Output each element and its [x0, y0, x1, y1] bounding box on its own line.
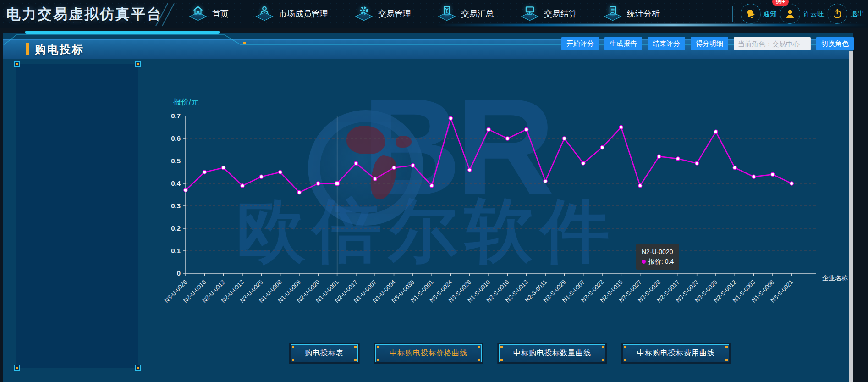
start-scoring-button[interactable]: 开始评分	[561, 37, 599, 50]
logout-power-button[interactable]	[827, 4, 847, 24]
nav-item[interactable]: 交易结算	[520, 4, 577, 23]
svg-text:报价/元: 报价/元	[173, 98, 199, 106]
curve-tab-button[interactable]: 购电投标表	[289, 343, 360, 364]
end-scoring-button[interactable]: 结束评分	[648, 37, 685, 50]
svg-text:0.2: 0.2	[171, 224, 181, 232]
title-accent-bar	[26, 43, 29, 55]
panel-border	[21, 64, 134, 64]
tooltip-value: 报价: 0.4	[648, 258, 674, 265]
svg-text:0.7: 0.7	[171, 112, 181, 120]
app-logo: 电力交易虚拟仿真平台	[6, 5, 162, 24]
curve-tab-label: 中标购电投标价格曲线	[375, 344, 482, 362]
curve-tab-label: 中标购电投标费用曲线	[623, 344, 729, 362]
app-root: 电力交易虚拟仿真平台 首页 市场成员管理	[0, 0, 868, 382]
nav-item-label: 交易管理	[378, 8, 411, 19]
session-list-item[interactable]	[16, 129, 138, 148]
tooltip-title: N2-U-0020	[642, 247, 674, 257]
session-list-item[interactable]	[16, 167, 138, 187]
nav-item[interactable]: 交易管理	[354, 4, 411, 23]
switch-role-button[interactable]: 切换角色	[816, 37, 854, 50]
nav-item-icon	[520, 4, 540, 23]
notification-badge: 99+	[772, 0, 789, 6]
generate-report-button[interactable]: 生成报告	[604, 37, 642, 50]
session-list-item[interactable]	[16, 148, 138, 167]
curve-tab-button[interactable]: 中标购电投标数量曲线	[497, 343, 607, 364]
svg-text:0.4: 0.4	[171, 179, 181, 187]
logo-separator-decor	[161, 2, 180, 26]
nav-item-icon	[254, 4, 275, 23]
curve-tab-button[interactable]: 中标购电投标费用曲线	[621, 343, 731, 364]
page-title: 购电投标	[35, 42, 84, 57]
corner-decor	[14, 61, 20, 67]
corner-decor	[14, 365, 20, 371]
curve-button-row: 购电投标表 中标购电投标价格曲线 中标购电投标数量曲线 中标购电投标费用曲线	[289, 343, 731, 364]
score-detail-button[interactable]: 得分明细	[691, 37, 728, 50]
svg-text:0.6: 0.6	[171, 134, 181, 142]
notification-bell-button[interactable]	[741, 4, 761, 24]
svg-text:0.3: 0.3	[171, 202, 181, 210]
divider	[732, 6, 733, 22]
session-list-item[interactable]	[16, 225, 138, 244]
user-avatar-button[interactable]	[780, 4, 800, 24]
nav-item-icon	[603, 4, 623, 23]
nav-item-label: 首页	[212, 8, 229, 19]
logout-label[interactable]: 退出	[851, 10, 864, 18]
vertical-scrollbar[interactable]	[849, 51, 853, 382]
session-list-item[interactable]	[16, 71, 138, 90]
corner-decor	[135, 61, 141, 67]
curve-tab-button[interactable]: 中标购电投标价格曲线	[374, 343, 483, 364]
nav-item[interactable]: 交易汇总	[437, 4, 494, 23]
session-list	[16, 71, 138, 264]
corner-decor	[135, 365, 141, 371]
nav-item-label: 市场成员管理	[279, 8, 328, 19]
series-dot-icon	[642, 260, 646, 264]
username-label[interactable]: 许云旺	[803, 10, 824, 18]
chart-tooltip: N2-U-0020 报价: 0.4	[636, 244, 679, 270]
nav-item[interactable]: 市场成员管理	[254, 4, 328, 23]
bid-price-line-chart[interactable]: 00.10.20.30.40.50.60.7N3-U-0026N2-U-0016…	[137, 64, 862, 314]
svg-text:企业名称: 企业名称	[822, 274, 848, 282]
nav-item-label: 交易汇总	[461, 8, 494, 19]
panel-border	[21, 368, 134, 368]
bell-icon	[745, 8, 757, 20]
session-list-item[interactable]	[16, 110, 138, 129]
nav-item-label: 交易结算	[544, 8, 577, 19]
nav-item[interactable]: 统计分析	[603, 4, 660, 23]
scoring-toolbar: 开始评分 生成报告 结束评分 得分明细 切换角色	[561, 37, 854, 50]
curve-tab-label: 购电投标表	[291, 344, 358, 362]
session-list-item[interactable]	[16, 244, 138, 264]
main-nav: 首页 市场成员管理 交易管理	[188, 0, 660, 28]
session-list-item[interactable]	[16, 90, 138, 110]
navbar: 电力交易虚拟仿真平台 首页 市场成员管理	[0, 0, 868, 28]
notification-group: 通知 99+	[741, 4, 777, 24]
svg-text:0.5: 0.5	[171, 157, 181, 165]
nav-item-label: 统计分析	[627, 8, 660, 19]
session-list-panel	[16, 64, 138, 368]
current-role-input[interactable]	[734, 37, 811, 50]
nav-item-icon	[437, 4, 457, 23]
session-list-item[interactable]	[16, 187, 138, 206]
page-gutter	[853, 28, 868, 382]
power-icon	[831, 8, 843, 20]
user-icon	[784, 8, 796, 20]
navbar-right: 通知 99+ 许云旺 退出	[732, 0, 864, 28]
svg-text:0: 0	[177, 269, 181, 277]
curve-tab-label: 中标购电投标数量曲线	[499, 344, 605, 362]
svg-text:0.1: 0.1	[171, 247, 181, 255]
session-list-item[interactable]	[16, 206, 138, 225]
nav-item-icon	[354, 4, 374, 23]
nav-item[interactable]: 首页	[188, 4, 229, 23]
nav-item-icon	[188, 4, 208, 23]
notification-label[interactable]: 通知	[763, 10, 777, 18]
